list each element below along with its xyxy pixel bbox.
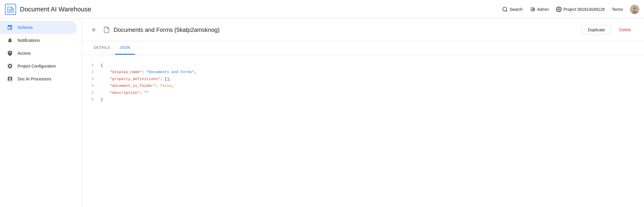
code-content-3: "property_definitions": [], [101,76,172,82]
sidebar-item-schema[interactable]: Schema [0,21,77,34]
search-icon [502,6,508,12]
sidebar-label-notifications: Notifications [18,38,40,43]
sidebar-item-access[interactable]: Access [0,47,77,60]
code-line-4: 4 "document_is_folder": false, [89,82,637,89]
svg-point-9 [533,8,535,10]
avatar[interactable] [630,5,639,14]
project-config-icon [7,63,13,69]
terms-link[interactable]: Terms [612,7,623,12]
json-code-area: 1 { 2 "display_name": "Documents and For… [82,55,644,110]
search-label: Search [510,7,523,12]
code-line-2: 2 "display_name": "Documents and Forms", [89,69,637,75]
code-content-1: { [101,62,103,69]
sidebar-label-project-config: Project Configuration [18,64,56,68]
line-num-1: 1 [89,62,94,69]
bell-icon [7,37,13,43]
app-logo-icon [5,4,16,15]
svg-point-4 [503,7,506,11]
line-num-5: 5 [89,89,94,96]
code-content-2: "display_name": "Documents and Forms", [101,69,197,75]
user-avatar-icon [630,5,639,14]
svg-point-14 [9,53,11,54]
sidebar-label-doc-ai-processors: Doc AI Processors [18,77,51,81]
project-label: Project 581814049128 [564,7,605,12]
line-num-6: 6 [89,96,94,103]
schema-action-buttons: Duplicate Delete [582,25,637,35]
code-line-1: 1 { [89,62,637,69]
top-header: Document AI Warehouse Search Admin Pr [0,0,644,19]
code-content-5: "description": "" [101,89,149,96]
sidebar-label-access: Access [18,51,31,56]
code-line-5: 5 "description": "" [89,89,637,96]
project-button[interactable]: Project 581814049128 [556,6,605,12]
line-num-4: 4 [89,82,94,89]
schema-header: Documents and Forms (5katp2amsknog) Dupl… [82,19,644,41]
access-icon [7,50,13,56]
back-arrow-icon [91,27,97,33]
line-num-2: 2 [89,69,94,75]
code-content-4: "document_is_folder": false, [101,82,174,89]
header-actions: Search Admin Project 581814049128 Terms [502,5,639,14]
processor-icon [7,76,13,82]
document-icon [103,26,110,33]
app-title: Document AI Warehouse [20,6,91,13]
sidebar: Schema Notifications Access [0,19,82,207]
sidebar-item-project-configuration[interactable]: Project Configuration [0,60,77,73]
sidebar-item-notifications[interactable]: Notifications [0,34,77,47]
code-line-3: 3 "property_definitions": [], [89,76,637,82]
sidebar-item-doc-ai-processors[interactable]: Doc AI Processors [0,73,77,85]
schema-title: Documents and Forms (5katp2amsknog) [114,27,578,33]
svg-point-10 [558,8,559,10]
admin-button[interactable]: Admin [530,6,549,12]
admin-label: Admin [537,7,549,12]
tab-details[interactable]: DETAILS [89,41,115,55]
schema-icon [7,25,13,30]
duplicate-button[interactable]: Duplicate [582,25,611,35]
admin-icon [530,6,535,12]
svg-point-13 [632,11,637,14]
svg-line-5 [506,10,507,11]
delete-button[interactable]: Delete [614,25,637,34]
sidebar-label-schema: Schema [18,25,32,30]
tab-json[interactable]: JSON [115,41,135,55]
settings-icon [556,6,562,12]
logo-area: Document AI Warehouse [5,4,502,15]
search-button[interactable]: Search [502,6,523,12]
back-button[interactable] [89,25,100,35]
svg-point-12 [633,7,636,10]
code-content-6: } [101,96,103,103]
main-content: Documents and Forms (5katp2amsknog) Dupl… [82,19,644,207]
line-num-3: 3 [89,76,94,82]
main-layout: Schema Notifications Access [0,19,644,207]
tabs-bar: DETAILS JSON [82,41,644,55]
code-line-6: 6 } [89,96,637,103]
